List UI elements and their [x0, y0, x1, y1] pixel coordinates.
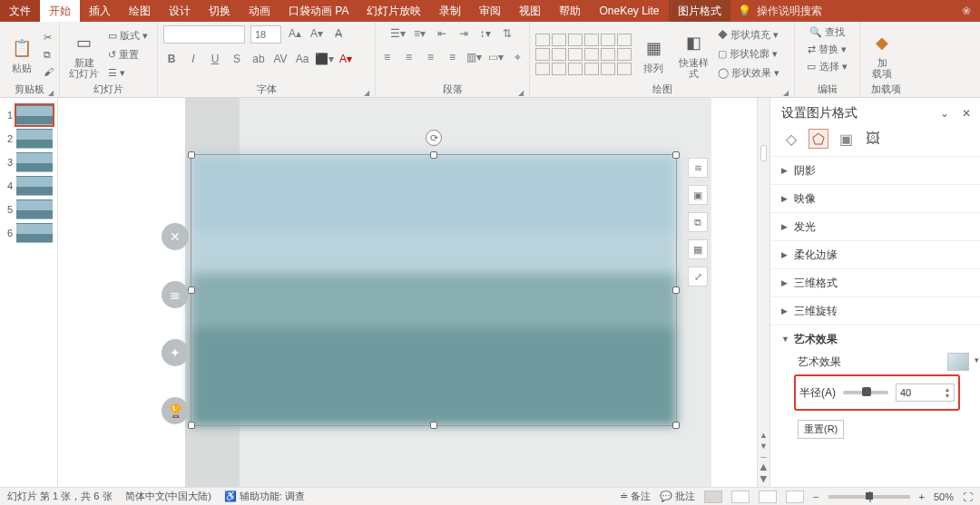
pane-tab-picture-icon[interactable]: 🖼 [863, 129, 883, 149]
zoom-out-icon[interactable]: − [813, 491, 818, 502]
status-language[interactable]: 简体中文(中国大陆) [125, 490, 211, 503]
pane-tab-size-icon[interactable]: ▣ [836, 129, 856, 149]
trophy-icon[interactable]: 🏆 [162, 397, 189, 424]
new-slide-button[interactable]: ▭ 新建 幻灯片 [65, 28, 103, 81]
format-painter-icon[interactable]: 🖌 [44, 66, 54, 77]
section-shadow[interactable]: ▶阴影 [781, 160, 969, 180]
line-spacing-button[interactable]: ↕▾ [477, 25, 494, 42]
thumb-4[interactable]: 4 [0, 174, 57, 198]
tell-me-search[interactable]: 操作说明搜索 [757, 4, 822, 19]
decrease-font-icon[interactable]: A▾ [309, 25, 325, 42]
radius-slider[interactable] [843, 391, 888, 394]
handle-ml[interactable] [188, 286, 195, 294]
bullets-button[interactable]: ☰▾ [390, 25, 407, 42]
paste-button[interactable]: 📋 粘贴 [5, 34, 38, 75]
handle-tc[interactable] [430, 151, 437, 159]
slide-canvas[interactable]: ⟳ ✕ ≣ ✦ 🏆 ≋ ▣ ⧉ ▦ ⤢ ▲ ▼ [58, 98, 769, 487]
layout-button[interactable]: ▭ 版式 ▾ [108, 29, 148, 43]
handle-bc[interactable] [430, 422, 437, 429]
group-icon[interactable]: ▦ [688, 239, 708, 259]
drawing-launcher-icon[interactable]: ◢ [783, 89, 789, 97]
thumb-1[interactable]: 1 [0, 103, 57, 127]
text-direction-button[interactable]: ⇅ [499, 25, 515, 42]
thumb-5[interactable]: 5 [0, 198, 57, 221]
tools-icon[interactable]: ✕ [162, 223, 189, 250]
spacing-button[interactable]: AV [272, 51, 289, 67]
select-button[interactable]: ▭ 选择 ▾ [807, 60, 847, 73]
handle-bl[interactable] [188, 422, 195, 429]
font-color-button[interactable]: A▾ [338, 51, 354, 67]
highlight-button[interactable]: ⬛▾ [316, 51, 332, 67]
pane-tab-effects-icon[interactable]: ⬠ [808, 129, 828, 149]
copy-icon[interactable]: ⧉ [44, 49, 54, 61]
handle-tl[interactable] [188, 151, 195, 159]
view-slideshow-button[interactable] [786, 490, 804, 503]
scroll-down-icon[interactable]: ▼ [760, 442, 768, 451]
canvas-scrollbar[interactable]: ▲ ▼ ─ ⯅ ⯆ [757, 98, 769, 487]
section-3d-rotation[interactable]: ▶三维旋转 [781, 301, 969, 321]
tab-draw[interactable]: 绘图 [120, 0, 160, 22]
puzzle-icon[interactable]: ✦ [162, 339, 189, 366]
tab-record[interactable]: 录制 [430, 0, 470, 22]
tab-animation[interactable]: 动画 [240, 0, 279, 22]
smartart-button[interactable]: ⌖ [510, 49, 526, 65]
copy-icon-2[interactable]: ⧉ [688, 212, 708, 232]
rotate-handle-icon[interactable]: ⟳ [426, 130, 442, 146]
fit-window-icon[interactable]: ⛶ [963, 491, 973, 502]
numbering-button[interactable]: ≡▾ [412, 25, 428, 42]
indent-inc-button[interactable]: ⇥ [456, 25, 472, 42]
prev-slide-icon[interactable]: ⯅ [760, 463, 768, 472]
tab-home[interactable]: 开始 [40, 0, 80, 22]
handle-br[interactable] [672, 422, 680, 429]
crop-icon[interactable]: ▣ [688, 185, 708, 205]
pane-dropdown-icon[interactable]: ⌄ [940, 107, 949, 120]
tab-pocket-anim[interactable]: 口袋动画 PA [279, 0, 358, 22]
align-menu-button[interactable]: ▭▾ [488, 49, 505, 65]
quick-styles-button[interactable]: ◧ 快速样 式 [675, 28, 712, 81]
shapes-gallery[interactable] [535, 34, 632, 75]
zoom-slider[interactable] [828, 495, 910, 499]
layout-options-icon[interactable]: ≋ [688, 158, 708, 178]
font-launcher-icon[interactable]: ◢ [364, 89, 369, 97]
underline-button[interactable]: U [207, 51, 223, 67]
section-button[interactable]: ☰ ▾ [108, 67, 148, 79]
tab-help[interactable]: 帮助 [550, 0, 590, 22]
find-button[interactable]: 🔍 查找 [809, 25, 845, 39]
font-family-select[interactable] [163, 25, 245, 44]
spin-down-icon[interactable]: ▼ [943, 393, 952, 399]
justify-button[interactable]: ≡ [445, 49, 461, 65]
section-reflection[interactable]: ▶映像 [781, 189, 969, 209]
pane-tab-fill-icon[interactable]: ◇ [781, 129, 801, 149]
italic-button[interactable]: I [185, 51, 201, 67]
radius-input[interactable]: 40 ▲▼ [896, 384, 955, 402]
tab-onekey[interactable]: OneKey Lite [590, 0, 668, 22]
indent-dec-button[interactable]: ⇤ [434, 25, 450, 42]
expand-icon[interactable]: ⤢ [688, 267, 708, 286]
shape-outline-button[interactable]: ▢ 形状轮廓 ▾ [718, 47, 779, 61]
section-soft-edges[interactable]: ▶柔化边缘 [781, 245, 969, 265]
view-sorter-button[interactable] [731, 490, 750, 503]
zoom-percent[interactable]: 50% [934, 491, 954, 502]
tab-view[interactable]: 视图 [510, 0, 550, 22]
align-center-button[interactable]: ≡ [401, 49, 417, 65]
zoom-in-icon[interactable]: + [919, 491, 925, 502]
tab-picture-format[interactable]: 图片格式 [669, 0, 730, 22]
tab-file[interactable]: 文件 [0, 0, 40, 22]
section-glow[interactable]: ▶发光 [781, 217, 969, 237]
artistic-presets-dropdown[interactable] [947, 353, 969, 371]
handle-mr[interactable] [672, 286, 680, 294]
increase-font-icon[interactable]: A▴ [287, 25, 303, 42]
strike-button[interactable]: S [229, 51, 245, 67]
scrollbar-thumb[interactable] [760, 145, 767, 161]
clipboard-launcher-icon[interactable]: ◢ [48, 89, 54, 97]
reset-button[interactable]: 重置(R) [798, 420, 844, 439]
tab-slideshow[interactable]: 幻灯片放映 [358, 0, 430, 22]
tab-insert[interactable]: 插入 [80, 0, 120, 22]
clear-format-icon[interactable]: A̶ [330, 25, 347, 42]
align-right-button[interactable]: ≡ [423, 49, 439, 65]
status-notes[interactable]: ≐ 备注 [620, 490, 651, 503]
shape-fill-button[interactable]: ◆ 形状填充 ▾ [718, 28, 779, 42]
shadow-button[interactable]: ab [250, 51, 267, 67]
layers-icon[interactable]: ≣ [162, 281, 189, 308]
thumb-3[interactable]: 3 [0, 151, 57, 174]
